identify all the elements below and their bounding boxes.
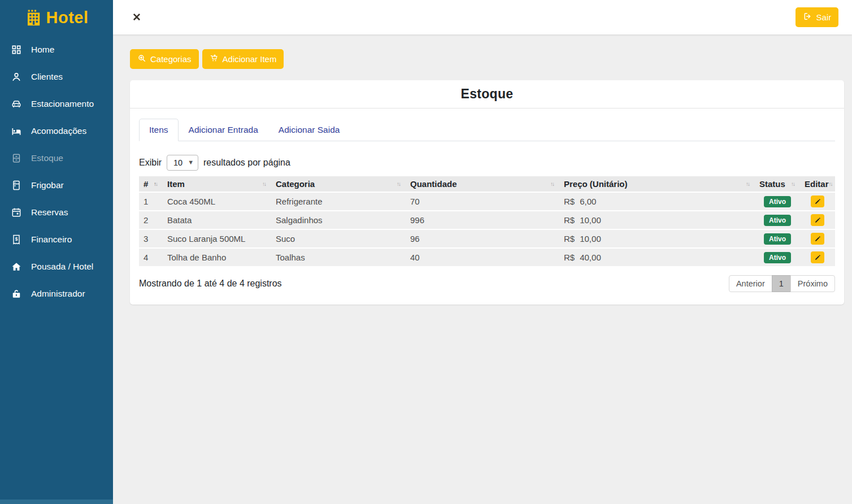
- column-header-item[interactable]: Item↑↓: [163, 176, 271, 192]
- cell-category: Salgadinhos: [271, 211, 406, 229]
- cart-plus-icon: [210, 54, 219, 64]
- price-value: 40,00: [580, 253, 601, 262]
- cell-quantity: 70: [406, 192, 559, 211]
- sidebar-item-label: Frigobar: [31, 180, 64, 190]
- status-badge: Ativo: [764, 215, 791, 226]
- sidebar-item-pousada-hotel[interactable]: Pousada / Hotel: [0, 253, 113, 280]
- cell-price: R$40,00: [559, 248, 755, 267]
- column-header-quantidade[interactable]: Quantidade↑↓: [406, 176, 559, 192]
- cell-category: Toalhas: [271, 248, 406, 267]
- pagination-previous[interactable]: Anterior: [729, 275, 772, 292]
- results-per-page-select[interactable]: 10: [167, 155, 198, 171]
- cell-edit: [800, 248, 835, 267]
- price-value: 6,00: [580, 197, 596, 206]
- status-badge: Ativo: [764, 196, 791, 207]
- logout-button[interactable]: Sair: [796, 7, 838, 27]
- sidebar-item-home[interactable]: Home: [0, 36, 113, 63]
- sidebar-item-reservas[interactable]: Reservas: [0, 199, 113, 226]
- car-icon: [10, 98, 23, 110]
- edit-item-button[interactable]: [811, 214, 824, 226]
- sort-arrows-icon: ↑↓: [829, 181, 833, 187]
- cell-row-number: 2: [139, 211, 163, 229]
- user-icon: [10, 71, 23, 83]
- column-header-label: Item: [167, 179, 185, 189]
- pencil-icon: [814, 254, 821, 261]
- archive-icon: [10, 152, 23, 164]
- stock-table: #↑↓Item↑↓Categoria↑↓Quantidade↑↓Preço (U…: [139, 176, 835, 267]
- categories-button[interactable]: Categorias: [130, 49, 199, 69]
- sort-arrows-icon: ↑↓: [397, 181, 401, 187]
- cell-row-number: 4: [139, 248, 163, 267]
- sidebar-item-financeiro[interactable]: $Financeiro: [0, 226, 113, 253]
- pagination-next[interactable]: Próximo: [790, 275, 835, 292]
- table-row: 3Suco Laranja 500MLSuco96R$10,00Ativo: [139, 229, 835, 248]
- cell-price: R$6,00: [559, 192, 755, 211]
- column-header-pre-o-unit-rio[interactable]: Preço (Unitário)↑↓: [559, 176, 755, 192]
- sidebar-item-administrador[interactable]: Administrador: [0, 280, 113, 307]
- pagination: Anterior 1 Próximo: [729, 275, 835, 292]
- sidebar-item-estacionamento[interactable]: Estacionamento: [0, 90, 113, 118]
- sidebar-item-clientes[interactable]: Clientes: [0, 63, 113, 90]
- sidebar-item-label: Acomodações: [31, 126, 86, 136]
- tab-adicionar-entrada[interactable]: Adicionar Entrada: [179, 119, 268, 141]
- table-info-text: Mostrando de 1 até 4 de 4 registros: [139, 279, 282, 289]
- sort-arrows-icon: ↑↓: [791, 181, 796, 187]
- length-menu-suffix: resultados por página: [203, 158, 290, 168]
- sidebar-scrollbar[interactable]: [0, 499, 113, 504]
- sidebar-item-frigobar[interactable]: Frigobar: [0, 172, 113, 199]
- edit-item-button[interactable]: [811, 233, 824, 245]
- column-header-editar[interactable]: Editar↑↓: [800, 176, 835, 192]
- currency-prefix: R$: [564, 253, 575, 262]
- column-header-label: Categoria: [276, 179, 315, 189]
- add-item-button[interactable]: Adicionar Item: [202, 49, 284, 69]
- price-value: 10,00: [580, 234, 601, 244]
- card-body: ItensAdicionar EntradaAdicionar Saida Ex…: [130, 108, 844, 305]
- categories-button-label: Categorias: [150, 54, 192, 64]
- column-header-label: #: [144, 179, 148, 189]
- column-header-[interactable]: #↑↓: [139, 176, 163, 192]
- sidebar: Hotel HomeClientesEstacionamentoAcomodaç…: [0, 0, 113, 504]
- sidebar-item-label: Administrador: [31, 289, 85, 299]
- column-header-label: Editar: [805, 179, 829, 189]
- table-header-row: #↑↓Item↑↓Categoria↑↓Quantidade↑↓Preço (U…: [139, 176, 835, 192]
- bed-icon: [10, 125, 23, 137]
- edit-item-button[interactable]: [811, 251, 824, 263]
- cell-status: Ativo: [755, 211, 800, 229]
- column-header-status[interactable]: Status↑↓: [755, 176, 800, 192]
- column-header-categoria[interactable]: Categoria↑↓: [271, 176, 406, 192]
- cell-item: Coca 450ML: [163, 192, 271, 211]
- table-body: 1Coca 450MLRefrigerante70R$6,00Ativo2Bat…: [139, 192, 835, 267]
- pagination-page-1[interactable]: 1: [772, 275, 791, 292]
- stock-card: Estoque ItensAdicionar EntradaAdicionar …: [130, 80, 844, 305]
- table-footer: Mostrando de 1 até 4 de 4 registros Ante…: [139, 275, 835, 292]
- cell-quantity: 996: [406, 211, 559, 229]
- sidebar-item-acomoda-es[interactable]: Acomodações: [0, 118, 113, 145]
- table-row: 2BatataSalgadinhos996R$10,00Ativo: [139, 211, 835, 229]
- sidebar-item-label: Estacionamento: [31, 99, 94, 109]
- app-logo-text: Hotel: [46, 8, 89, 27]
- sidebar-item-label: Financeiro: [31, 234, 72, 245]
- card-header: Estoque: [130, 80, 844, 108]
- cell-quantity: 40: [406, 248, 559, 267]
- currency-prefix: R$: [564, 215, 575, 225]
- status-badge: Ativo: [764, 252, 791, 263]
- add-item-button-label: Adicionar Item: [223, 54, 277, 64]
- table-row: 1Coca 450MLRefrigerante70R$6,00Ativo: [139, 192, 835, 211]
- page-title: Estoque: [461, 86, 514, 101]
- lock-icon: [10, 288, 23, 300]
- edit-item-button[interactable]: [811, 195, 824, 207]
- sort-arrows-icon: ↑↓: [154, 181, 158, 187]
- cell-price: R$10,00: [559, 229, 755, 248]
- pencil-icon: [814, 216, 821, 224]
- topbar: ✕ Sair: [113, 0, 852, 34]
- sidebar-item-estoque[interactable]: Estoque: [0, 145, 113, 172]
- sidebar-item-label: Clientes: [31, 72, 63, 82]
- tab-itens[interactable]: Itens: [139, 119, 179, 141]
- app-logo[interactable]: Hotel: [0, 0, 113, 36]
- sidebar-toggle-close-icon[interactable]: ✕: [132, 12, 141, 23]
- cell-item: Batata: [163, 211, 271, 229]
- currency-prefix: R$: [564, 234, 575, 244]
- tab-adicionar-saida[interactable]: Adicionar Saida: [268, 119, 350, 141]
- status-badge: Ativo: [764, 233, 791, 245]
- cell-status: Ativo: [755, 248, 800, 267]
